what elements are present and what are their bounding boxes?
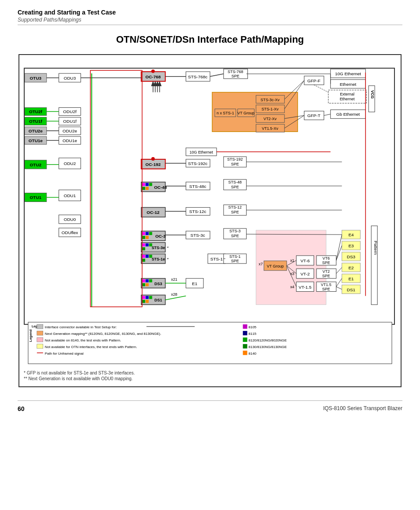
- diagram-svg: OTU3 OTU2f OTU1f OTU2e OTU1e OTU2 OTU1 O…: [24, 59, 396, 366]
- svg-line-221: [336, 287, 342, 290]
- svg-text:STS-3c: STS-3c: [191, 233, 205, 238]
- page: Creating and Starting a Test Case Suppor…: [0, 0, 420, 430]
- svg-text:Legend: Legend: [29, 330, 33, 342]
- svg-text:ODU2f: ODU2f: [63, 109, 77, 114]
- svg-rect-234: [37, 331, 43, 335]
- svg-text:OC-3: OC-3: [155, 234, 166, 238]
- svg-rect-140: [142, 300, 145, 303]
- svg-text:Not available for OTN interfac: Not available for OTN interfaces, the te…: [45, 345, 137, 349]
- svg-rect-198: [90, 70, 142, 307]
- svg-rect-141: [146, 300, 149, 303]
- svg-text:VT1.5: VT1.5: [321, 283, 332, 287]
- svg-text:OTU1f: OTU1f: [29, 119, 43, 124]
- svg-text:SPE: SPE: [231, 210, 239, 214]
- svg-text:OTU1e: OTU1e: [29, 138, 43, 143]
- svg-rect-231: [37, 324, 43, 329]
- page-number: 60: [18, 405, 25, 412]
- svg-point-73: [151, 157, 155, 161]
- svg-rect-80: [142, 183, 145, 186]
- svg-text:E2: E2: [348, 265, 354, 270]
- svg-rect-137: [142, 296, 145, 299]
- svg-rect-51: [368, 86, 375, 112]
- svg-rect-139: [149, 296, 152, 299]
- svg-text:ODU0: ODU0: [64, 217, 76, 222]
- svg-text:VT Group: VT Group: [267, 264, 284, 268]
- svg-text:VT-1.5: VT-1.5: [298, 285, 312, 290]
- svg-point-35: [151, 70, 155, 73]
- svg-text:DS3: DS3: [347, 254, 356, 259]
- product-name: IQS-8100 Series Transport Blazer: [323, 405, 402, 412]
- svg-rect-100: [146, 232, 149, 235]
- svg-text:STS-12: STS-12: [228, 205, 242, 209]
- svg-text:STS-768: STS-768: [228, 70, 243, 74]
- svg-text:STS-3c-Xv: STS-3c-Xv: [261, 98, 280, 102]
- svg-text:ODU1: ODU1: [64, 193, 76, 198]
- svg-rect-244: [243, 331, 247, 335]
- svg-rect-246: [243, 338, 247, 342]
- svg-text:STS-1: STS-1: [229, 254, 240, 259]
- svg-text:STS-48: STS-48: [228, 180, 242, 184]
- svg-text:SPE: SPE: [322, 261, 330, 265]
- svg-text:OC-192: OC-192: [145, 162, 161, 167]
- svg-text:*: *: [167, 246, 169, 250]
- svg-text:Not available on 8140, the tes: Not available on 8140, the test ends wit…: [45, 338, 121, 342]
- svg-text:ODU2e: ODU2e: [63, 128, 77, 133]
- svg-text:8105: 8105: [249, 325, 257, 329]
- svg-rect-81: [146, 183, 149, 186]
- main-title: OTN/SONET/DSn Interface Path/Mapping: [18, 34, 402, 45]
- svg-rect-84: [146, 187, 149, 190]
- svg-text:GFP-F: GFP-F: [307, 78, 321, 83]
- svg-rect-132: [149, 279, 152, 283]
- svg-text:STS-192c: STS-192c: [188, 161, 207, 166]
- svg-text:8120/8120NG/8020NGE: 8120/8120NG/8020NGE: [249, 338, 287, 342]
- svg-text:VT1.5-Xv: VT1.5-Xv: [262, 126, 279, 131]
- svg-rect-82: [149, 183, 152, 186]
- svg-text:ODU2: ODU2: [64, 161, 76, 166]
- page-footer: 60 IQS-8100 Series Transport Blazer: [18, 400, 402, 412]
- svg-rect-131: [146, 279, 149, 283]
- svg-text:STS-1-Xv: STS-1-Xv: [262, 107, 279, 111]
- svg-rect-99: [142, 232, 145, 235]
- svg-text:SPE: SPE: [231, 185, 239, 189]
- svg-rect-114: [142, 247, 145, 250]
- svg-text:Ethernet: Ethernet: [340, 97, 355, 101]
- svg-text:SPE: SPE: [232, 74, 239, 78]
- svg-text:STS-1e: STS-1e: [151, 257, 165, 261]
- svg-text:OTU3: OTU3: [30, 76, 42, 81]
- svg-text:n x STS-1: n x STS-1: [217, 111, 234, 115]
- svg-rect-101: [149, 232, 152, 235]
- svg-rect-118: [142, 255, 145, 258]
- svg-rect-138: [146, 296, 149, 299]
- svg-text:VT6: VT6: [323, 256, 330, 261]
- svg-text:10G Ethernet: 10G Ethernet: [335, 71, 361, 76]
- svg-rect-112: [146, 243, 149, 246]
- svg-text:VT Group: VT Group: [237, 111, 254, 115]
- svg-text:E1: E1: [192, 281, 198, 286]
- svg-line-186: [210, 74, 224, 77]
- svg-line-205: [314, 85, 328, 92]
- svg-rect-121: [142, 259, 145, 262]
- svg-text:STS-12c: STS-12c: [189, 209, 206, 214]
- svg-text:VT-6: VT-6: [300, 258, 309, 263]
- svg-line-206: [324, 114, 331, 115]
- svg-text:Ethernet: Ethernet: [340, 82, 357, 87]
- svg-rect-242: [243, 324, 247, 329]
- footnote-1: * GFP is not available for STS-1e and ST…: [24, 371, 396, 375]
- svg-text:E1: E1: [348, 276, 354, 281]
- svg-text:STS-192: STS-192: [227, 157, 243, 161]
- svg-text:VT2-Xv: VT2-Xv: [263, 117, 276, 121]
- svg-rect-250: [243, 351, 247, 355]
- svg-text:10G Ethernet: 10G Ethernet: [190, 150, 214, 154]
- svg-text:DS3: DS3: [155, 282, 162, 286]
- svg-text:ODU1e: ODU1e: [63, 138, 77, 143]
- svg-text:Gb Ethernet: Gb Ethernet: [336, 112, 360, 117]
- svg-text:VCG: VCG: [370, 90, 375, 99]
- svg-rect-83: [142, 187, 145, 190]
- svg-rect-133: [142, 283, 145, 286]
- svg-text:x7: x7: [258, 262, 262, 266]
- svg-text:SPE: SPE: [231, 259, 239, 263]
- svg-rect-236: [37, 338, 43, 342]
- svg-text:OC-12: OC-12: [147, 210, 160, 215]
- svg-text:x21: x21: [171, 277, 177, 282]
- svg-text:ODUflex: ODUflex: [62, 230, 78, 235]
